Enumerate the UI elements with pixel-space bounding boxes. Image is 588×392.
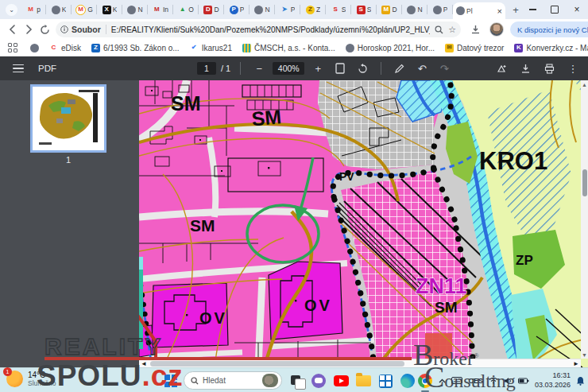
- browser-tab[interactable]: MD: [377, 0, 402, 19]
- file-explorer-icon[interactable]: [354, 372, 372, 390]
- clock[interactable]: 16:31 03.03.2026: [535, 371, 571, 390]
- battery-icon[interactable]: [518, 378, 529, 384]
- globe-favicon: [456, 6, 465, 15]
- reload-button[interactable]: [37, 21, 52, 37]
- file-scheme-chip[interactable]: Soubor: [60, 25, 101, 34]
- bookmark-item[interactable]: Z6/1993 Sb. Zákon o...: [91, 44, 180, 52]
- bookmark-star-icon[interactable]: ☆: [448, 25, 456, 35]
- zone-label-sm2: SM: [250, 105, 282, 130]
- browser-tab[interactable]: MG: [72, 0, 97, 19]
- drive-favicon: ▲: [178, 6, 187, 14]
- pdf-vertical-scrollbar[interactable]: ▲ ▼: [581, 80, 588, 359]
- edisk-favicon: C: [49, 44, 58, 52]
- download-button[interactable]: [467, 21, 483, 37]
- browser-tab[interactable]: SS: [351, 0, 377, 19]
- undo-button[interactable]: ↶: [413, 60, 431, 77]
- tab-label: K: [62, 6, 67, 14]
- browser-tab[interactable]: Mp: [21, 0, 46, 19]
- profile-avatar[interactable]: [489, 22, 504, 37]
- taskbar-search[interactable]: Hledat: [184, 371, 282, 390]
- tab-close-icon[interactable]: ×: [497, 6, 502, 16]
- apps-grid-icon[interactable]: [8, 43, 17, 52]
- tab-label: D: [392, 6, 397, 14]
- zoom-indicator-icon[interactable]: [435, 25, 443, 34]
- bookmark-item[interactable]: CeDisk: [49, 44, 81, 52]
- active-tab[interactable]: Pl×: [453, 2, 505, 19]
- tab-label: D: [214, 6, 219, 14]
- scroll-right-arrow[interactable]: ►: [571, 359, 581, 367]
- zone-label-sm1: SM: [171, 92, 201, 114]
- minimize-button[interactable]: [521, 0, 544, 19]
- bookmark-item[interactable]: ČMSCH, a.s. - Konta...: [242, 44, 335, 52]
- screen: ⌄ MpKMGXKNMIn▲ODDPPN➤PZZSSSSMDNPPl× + × …: [0, 0, 588, 392]
- browser-tab[interactable]: N: [250, 0, 275, 19]
- tab-search-button[interactable]: ⌄: [6, 4, 17, 16]
- print-button[interactable]: [540, 60, 558, 77]
- browser-tab[interactable]: P: [427, 0, 453, 19]
- pdf-menu-button[interactable]: [13, 64, 24, 73]
- browser-tab[interactable]: ➤P: [275, 0, 300, 19]
- youtube-app-icon[interactable]: [332, 372, 350, 390]
- save-annotated-button[interactable]: [493, 60, 510, 77]
- maximize-button[interactable]: [544, 0, 566, 19]
- address-bar[interactable]: Soubor E:/REALITY/Klienti/Suk%20Dan/Poze…: [56, 21, 461, 37]
- bookmark-label: Konverzky.cz - Mark...: [526, 44, 588, 52]
- watermark-spolu: SPOLU.cz: [37, 359, 184, 392]
- pdf-more-button[interactable]: ⋮: [564, 60, 582, 77]
- zoning-map: SM SM SM PV KRO1 SM OV OV ZP ZN11: [139, 80, 588, 367]
- chat-app-icon[interactable]: [310, 372, 327, 390]
- s-redbox-favicon: S: [357, 6, 366, 14]
- gmail-favicon: M: [26, 6, 35, 14]
- tab-label: G: [87, 6, 93, 14]
- browser-tab[interactable]: N: [402, 0, 427, 19]
- browser-tab[interactable]: N: [122, 0, 148, 19]
- bookmark-label: eDisk: [61, 44, 81, 52]
- rotate-button[interactable]: [354, 60, 371, 77]
- annotate-pen-button[interactable]: [391, 60, 408, 77]
- bookmark-item[interactable]: [30, 44, 39, 52]
- fit-page-button[interactable]: [331, 60, 349, 77]
- p-blue-favicon: P: [230, 6, 238, 14]
- browser-tab[interactable]: MIn: [148, 0, 173, 19]
- redo-button[interactable]: ↷: [435, 60, 453, 77]
- chrome-update-button[interactable]: K dispozici je nový Chrome: [510, 21, 588, 37]
- pdf-map-canvas[interactable]: SM SM SM PV KRO1 SM OV OV ZP ZN11 ◄ ►: [139, 80, 588, 367]
- browser-tab[interactable]: ZZ: [300, 0, 326, 19]
- browser-tab[interactable]: SS: [326, 0, 351, 19]
- weather-icon: 1: [6, 371, 23, 387]
- pdf-download-button[interactable]: [516, 60, 534, 77]
- time: 16:31: [535, 371, 571, 380]
- bookmark-item[interactable]: KKonverzky.cz - Mark...: [514, 44, 588, 52]
- page-number-input[interactable]: 1: [197, 62, 216, 75]
- notification-bell-icon[interactable]: [576, 376, 585, 386]
- browser-tab[interactable]: PP: [224, 0, 250, 19]
- scroll-down-arrow[interactable]: ▼: [581, 351, 588, 359]
- tab-label: N: [265, 6, 269, 14]
- browser-tab[interactable]: K: [46, 0, 72, 19]
- task-view-button[interactable]: [288, 372, 305, 390]
- mail-yellow-favicon: M: [381, 6, 390, 14]
- horizontal-scroll-thumb[interactable]: [150, 361, 404, 367]
- page-thumbnail[interactable]: [30, 84, 106, 153]
- microsoft-store-icon[interactable]: [377, 372, 394, 390]
- notification-badge: 1: [3, 367, 12, 376]
- browser-tab[interactable]: ▲O: [173, 0, 199, 19]
- z-yellow-favicon: Z: [306, 6, 315, 14]
- scroll-up-arrow[interactable]: ▲: [581, 80, 588, 88]
- vertical-scroll-thumb[interactable]: [582, 169, 587, 196]
- tab-label: Pl: [466, 7, 473, 15]
- zoom-level-input[interactable]: 400%: [273, 62, 304, 75]
- browser-tab[interactable]: XK: [97, 0, 122, 19]
- m-red-favicon: M: [153, 6, 161, 14]
- bookmark-item[interactable]: ✔Ikarus21: [190, 44, 232, 52]
- forward-button[interactable]: [21, 21, 37, 37]
- back-button[interactable]: [5, 21, 21, 37]
- close-button[interactable]: ×: [566, 0, 588, 19]
- zoom-out-button[interactable]: −: [250, 60, 268, 77]
- browser-tab[interactable]: DD: [199, 0, 224, 19]
- bookmark-item[interactable]: Horoskop 2021, Hor...: [346, 44, 435, 52]
- zoom-in-button[interactable]: +: [309, 60, 327, 77]
- gmail-colored-favicon: M: [75, 5, 86, 15]
- new-tab-button[interactable]: +: [510, 2, 521, 17]
- bookmark-item[interactable]: ✉Datový trezor: [445, 44, 504, 52]
